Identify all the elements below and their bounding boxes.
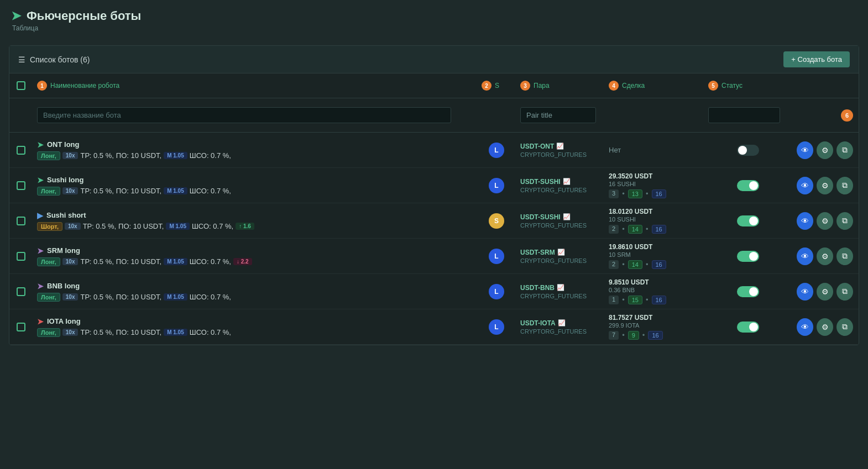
- tr-text: ТР: 0.5 %,: [80, 257, 113, 266]
- col-pair: 3 Пара: [516, 78, 604, 93]
- bot-name-text: Sushi long: [47, 176, 83, 184]
- status-cell[interactable]: [704, 282, 792, 302]
- pair-name[interactable]: USDT-ONT 📈: [520, 143, 600, 150]
- bot-tags: Лонг, 10x ТР: 0.5 %, ПО: 10 USDT, М 1.05…: [37, 187, 473, 196]
- status-toggle[interactable]: [737, 322, 759, 333]
- col-badge-5: 5: [708, 81, 718, 91]
- chart-icon[interactable]: 📈: [563, 178, 571, 185]
- view-button[interactable]: 👁: [797, 283, 813, 301]
- deal-tag[interactable]: 3: [609, 189, 619, 198]
- row-checkbox-cell[interactable]: [9, 141, 33, 159]
- deal-tag[interactable]: 2: [609, 225, 619, 234]
- row-checkbox[interactable]: [17, 287, 25, 296]
- deal-tag[interactable]: 16: [652, 225, 666, 234]
- settings-button[interactable]: ⚙: [817, 141, 833, 159]
- settings-button[interactable]: ⚙: [817, 177, 833, 194]
- status-toggle[interactable]: [737, 286, 759, 297]
- pair-name[interactable]: USDT-IOTA 📈: [520, 319, 600, 327]
- deal-none: Нет: [609, 146, 621, 154]
- s-badge-cell: L: [477, 138, 516, 162]
- row-checkbox-cell[interactable]: [9, 247, 33, 265]
- status-cell[interactable]: [704, 317, 792, 337]
- copy-button[interactable]: ⧉: [836, 141, 853, 159]
- deal-tag[interactable]: 16: [648, 331, 662, 340]
- view-button[interactable]: 👁: [797, 141, 813, 159]
- page-subtitle: Таблица: [12, 24, 857, 32]
- deal-tag[interactable]: 15: [628, 296, 642, 304]
- deal-coin: 10 SRM: [609, 251, 699, 258]
- pair-name[interactable]: USDT-SRM 📈: [520, 249, 600, 256]
- view-button[interactable]: 👁: [797, 247, 813, 265]
- row-checkbox-cell[interactable]: [9, 318, 33, 336]
- status-toggle[interactable]: [737, 251, 759, 262]
- chart-icon[interactable]: 📈: [557, 249, 565, 256]
- settings-button[interactable]: ⚙: [817, 318, 833, 336]
- row-checkbox[interactable]: [17, 181, 25, 190]
- table-row: ➤ Sushi long Лонг, 10x ТР: 0.5 %, ПО: 10…: [9, 168, 859, 203]
- status-toggle[interactable]: [737, 215, 759, 226]
- deal-tag[interactable]: 16: [652, 260, 666, 269]
- status-cell[interactable]: [704, 176, 792, 196]
- col-badge-1: 1: [37, 81, 47, 91]
- select-all-checkbox-cell[interactable]: [9, 77, 33, 94]
- toggle-knob: [749, 323, 758, 331]
- filter-deal-cell: [604, 111, 704, 120]
- row-checkbox[interactable]: [17, 323, 25, 331]
- status-cell[interactable]: [704, 140, 792, 160]
- deal-tag[interactable]: 16: [652, 296, 666, 304]
- filter-status-input[interactable]: [708, 107, 780, 123]
- select-all-checkbox[interactable]: [17, 81, 25, 90]
- deal-tag[interactable]: 1: [609, 296, 619, 304]
- row-checkbox-cell[interactable]: [9, 283, 33, 301]
- filter-name-input[interactable]: [37, 107, 451, 123]
- deal-tag[interactable]: 7: [609, 331, 619, 340]
- copy-button[interactable]: ⧉: [836, 283, 853, 301]
- filter-pair-input[interactable]: [520, 107, 596, 123]
- chart-icon[interactable]: 📈: [563, 213, 571, 220]
- status-cell[interactable]: [704, 246, 792, 266]
- view-button[interactable]: 👁: [797, 212, 813, 230]
- copy-button[interactable]: ⧉: [836, 247, 853, 265]
- pair-name[interactable]: USDT-SUSHI 📈: [520, 213, 600, 221]
- main-table-container: ☰ Список ботов (6) + Создать бота 1 Наим…: [9, 45, 859, 345]
- col-badge-4: 4: [609, 81, 619, 91]
- copy-button[interactable]: ⧉: [836, 212, 853, 230]
- col-deal: 4 Сделка: [604, 78, 704, 93]
- settings-button[interactable]: ⚙: [817, 247, 833, 265]
- bot-tags: Лонг, 10x ТР: 0.5 %, ПО: 10 USDT, М 1.05…: [37, 328, 473, 337]
- pair-cell: USDT-IOTA 📈 CRYPTORG_FUTURES: [516, 315, 604, 339]
- pair-text: USDT-BNB: [520, 284, 555, 292]
- row-checkbox-cell[interactable]: [9, 177, 33, 194]
- view-button[interactable]: 👁: [797, 177, 813, 194]
- copy-button[interactable]: ⧉: [836, 177, 853, 194]
- settings-button[interactable]: ⚙: [817, 283, 833, 301]
- row-checkbox[interactable]: [17, 146, 25, 155]
- deal-tag[interactable]: 16: [652, 189, 666, 198]
- chart-icon[interactable]: 📈: [558, 319, 566, 326]
- create-bot-button[interactable]: + Создать бота: [783, 51, 850, 67]
- row-checkbox[interactable]: [17, 252, 25, 261]
- deal-coin: 10 SUSHI: [609, 216, 699, 223]
- settings-button[interactable]: ⚙: [817, 212, 833, 230]
- deal-tag[interactable]: 13: [628, 189, 642, 198]
- bot-name-cell: ▶ Sushi short Шорт, 10x ТР: 0.5 %, ПО: 1…: [33, 207, 477, 235]
- copy-button[interactable]: ⧉: [836, 318, 853, 336]
- status-toggle[interactable]: [737, 180, 759, 191]
- pair-exchange: CRYPTORG_FUTURES: [520, 293, 600, 299]
- chart-icon[interactable]: 📈: [556, 143, 564, 150]
- pair-name[interactable]: USDT-BNB 📈: [520, 284, 600, 292]
- view-button[interactable]: 👁: [797, 318, 813, 336]
- deal-tag[interactable]: 9: [628, 331, 639, 340]
- pair-name[interactable]: USDT-SUSHI 📈: [520, 178, 600, 186]
- chart-icon[interactable]: 📈: [557, 284, 564, 291]
- status-cell[interactable]: [704, 211, 792, 231]
- status-toggle[interactable]: [737, 145, 759, 156]
- row-checkbox-cell[interactable]: [9, 212, 33, 230]
- deal-tag[interactable]: 14: [628, 225, 642, 234]
- bot-tags: Лонг, 10x ТР: 0.5 %, ПО: 10 USDT, М 1.05…: [37, 257, 473, 266]
- deal-tag[interactable]: 2: [609, 260, 619, 269]
- tr-text: ТР: 0.5 %,: [80, 293, 113, 301]
- row-checkbox[interactable]: [17, 217, 25, 225]
- bot-name-cell: ➤ BNB long Лонг, 10x ТР: 0.5 %, ПО: 10 U…: [33, 277, 477, 306]
- deal-tag[interactable]: 14: [628, 260, 642, 269]
